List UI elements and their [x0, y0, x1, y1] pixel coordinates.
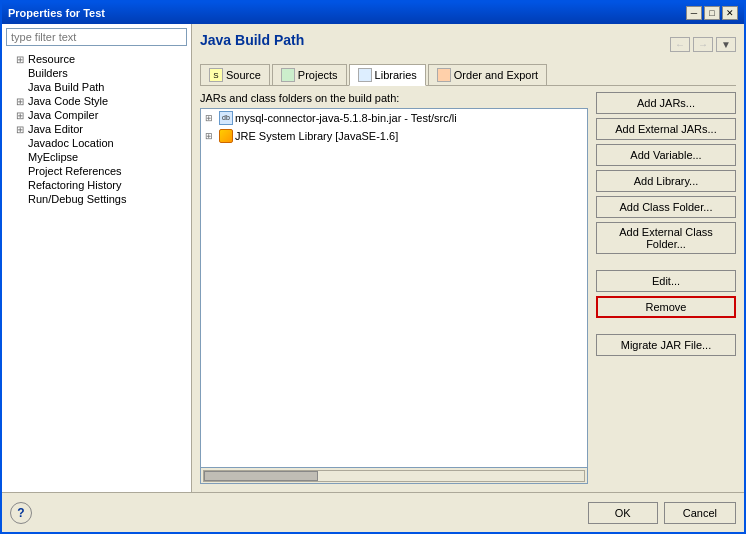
expand-icon: ⊞	[16, 110, 26, 121]
sidebar-item-label: Project References	[28, 165, 122, 177]
sidebar-item-label: Java Editor	[28, 123, 83, 135]
properties-window: Properties for Test ─ □ ✕ ⊞ Resource Bui…	[0, 0, 746, 534]
expand-icon: ⊞	[16, 124, 26, 135]
add-variable-button[interactable]: Add Variable...	[596, 144, 736, 166]
sidebar-item-label: Java Build Path	[28, 81, 104, 93]
sidebar-item-label: Javadoc Location	[28, 137, 114, 149]
edit-button[interactable]: Edit...	[596, 270, 736, 292]
horizontal-scrollbar[interactable]	[200, 468, 588, 484]
sidebar-item-java-editor[interactable]: ⊞ Java Editor	[2, 122, 191, 136]
sidebar-item-project-references[interactable]: Project References	[2, 164, 191, 178]
button-panel: Add JARs... Add External JARs... Add Var…	[596, 92, 736, 484]
tab-order[interactable]: Order and Export	[428, 64, 547, 85]
ok-button[interactable]: OK	[588, 502, 658, 524]
sidebar: ⊞ Resource Builders Java Build Path ⊞ Ja…	[2, 24, 192, 492]
jar-jre-icon	[219, 129, 233, 143]
add-library-button[interactable]: Add Library...	[596, 170, 736, 192]
tab-source[interactable]: S Source	[200, 64, 270, 85]
tab-source-label: Source	[226, 69, 261, 81]
migrate-jar-button[interactable]: Migrate JAR File...	[596, 334, 736, 356]
cancel-button[interactable]: Cancel	[664, 502, 736, 524]
add-jars-button[interactable]: Add JARs...	[596, 92, 736, 114]
sidebar-item-run-debug[interactable]: Run/Debug Settings	[2, 192, 191, 206]
scrollbar-thumb[interactable]	[204, 471, 318, 481]
tab-order-label: Order and Export	[454, 69, 538, 81]
jre-entry-label: JRE System Library [JavaSE-1.6]	[235, 130, 398, 142]
jar-list-label: JARs and class folders on the build path…	[200, 92, 588, 104]
title-bar: Properties for Test ─ □ ✕	[2, 2, 744, 24]
sidebar-item-label: Java Code Style	[28, 95, 108, 107]
jar-list[interactable]: ⊞ db mysql-connector-java-5.1.8-bin.jar …	[200, 108, 588, 468]
close-button[interactable]: ✕	[722, 6, 738, 20]
tab-libraries[interactable]: Libraries	[349, 64, 426, 86]
sidebar-item-label: Run/Debug Settings	[28, 193, 126, 205]
sidebar-item-label: Java Compiler	[28, 109, 98, 121]
jar-entry-label: mysql-connector-java-5.1.8-bin.jar - Tes…	[235, 112, 457, 124]
expand-icon: ⊞	[205, 113, 217, 123]
tree-area: ⊞ Resource Builders Java Build Path ⊞ Ja…	[2, 50, 191, 492]
maximize-button[interactable]: □	[704, 6, 720, 20]
sidebar-item-label: Builders	[28, 67, 68, 79]
add-external-class-folder-button[interactable]: Add External Class Folder...	[596, 222, 736, 254]
tab-projects[interactable]: Projects	[272, 64, 347, 85]
remove-button[interactable]: Remove	[596, 296, 736, 318]
help-button[interactable]: ?	[10, 502, 32, 524]
expand-icon: ⊞	[16, 54, 26, 65]
title-bar-controls: ─ □ ✕	[686, 6, 738, 20]
sidebar-item-resource[interactable]: ⊞ Resource	[2, 52, 191, 66]
order-icon	[437, 68, 451, 82]
list-item[interactable]: ⊞ db mysql-connector-java-5.1.8-bin.jar …	[201, 109, 587, 127]
tab-projects-label: Projects	[298, 69, 338, 81]
bottom-bar: ? OK Cancel	[2, 492, 744, 532]
source-icon: S	[209, 68, 223, 82]
add-class-folder-button[interactable]: Add Class Folder...	[596, 196, 736, 218]
jar-list-section: JARs and class folders on the build path…	[200, 92, 588, 484]
nav-back-button[interactable]: ←	[670, 37, 690, 52]
main-panel: Java Build Path ← → ▼ S Source Projects	[192, 24, 744, 492]
tab-libraries-label: Libraries	[375, 69, 417, 81]
nav-dropdown-button[interactable]: ▼	[716, 37, 736, 52]
sidebar-item-label: Refactoring History	[28, 179, 122, 191]
ok-cancel-buttons: OK Cancel	[588, 502, 736, 524]
sidebar-item-label: Resource	[28, 53, 75, 65]
nav-forward-button[interactable]: →	[693, 37, 713, 52]
scrollbar-track[interactable]	[203, 470, 585, 482]
sidebar-item-javadoc[interactable]: Javadoc Location	[2, 136, 191, 150]
add-external-jars-button[interactable]: Add External JARs...	[596, 118, 736, 140]
build-area: JARs and class folders on the build path…	[200, 92, 736, 484]
sidebar-item-java-code-style[interactable]: ⊞ Java Code Style	[2, 94, 191, 108]
main-header: Java Build Path ← → ▼	[200, 32, 736, 56]
expand-icon: ⊞	[205, 131, 217, 141]
panel-title: Java Build Path	[200, 32, 304, 48]
sidebar-item-refactoring[interactable]: Refactoring History	[2, 178, 191, 192]
jar-sql-icon: db	[219, 111, 233, 125]
tab-bar: S Source Projects Libraries Order and Ex…	[200, 64, 736, 86]
sidebar-item-label: MyEclipse	[28, 151, 78, 163]
sidebar-item-java-compiler[interactable]: ⊞ Java Compiler	[2, 108, 191, 122]
sidebar-item-builders[interactable]: Builders	[2, 66, 191, 80]
projects-icon	[281, 68, 295, 82]
list-item[interactable]: ⊞ JRE System Library [JavaSE-1.6]	[201, 127, 587, 145]
nav-controls: ← → ▼	[670, 37, 736, 52]
content-area: ⊞ Resource Builders Java Build Path ⊞ Ja…	[2, 24, 744, 492]
window-title: Properties for Test	[8, 7, 105, 19]
filter-input[interactable]	[6, 28, 187, 46]
libraries-icon	[358, 68, 372, 82]
expand-icon: ⊞	[16, 96, 26, 107]
sidebar-item-java-build-path[interactable]: Java Build Path	[2, 80, 191, 94]
sidebar-item-myeclipse[interactable]: MyEclipse	[2, 150, 191, 164]
minimize-button[interactable]: ─	[686, 6, 702, 20]
